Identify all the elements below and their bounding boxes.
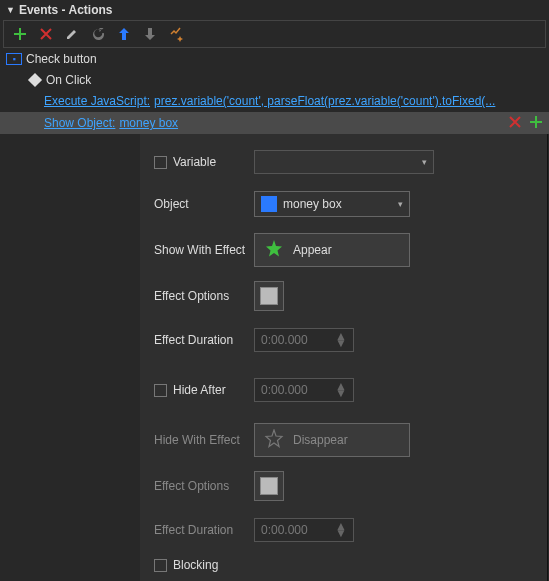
add-action-button[interactable] xyxy=(529,115,543,132)
toolbar xyxy=(3,20,546,48)
object-value: money box xyxy=(283,197,342,211)
effect-options2-label: Effect Options xyxy=(154,479,254,493)
object-dropdown[interactable]: money box ▾ xyxy=(254,191,410,217)
target-row[interactable]: ▪ Check button xyxy=(0,48,549,70)
hide-after-checkbox[interactable] xyxy=(154,384,167,397)
spinner-arrows[interactable]: ▲▼ xyxy=(335,333,347,347)
variable-dropdown[interactable]: ▾ xyxy=(254,150,434,174)
blocking-label: Blocking xyxy=(173,558,218,572)
effect-options-row: Effect Options xyxy=(154,278,533,314)
action-param[interactable]: prez.variable('count', parseFloat(prez.v… xyxy=(154,94,495,108)
effect-options-swatch xyxy=(260,287,278,305)
collapse-icon: ▼ xyxy=(6,5,15,15)
action-row-controls xyxy=(509,115,543,132)
edit-button[interactable] xyxy=(64,26,80,42)
show-effect-row: Show With Effect Appear xyxy=(154,232,533,268)
effect-duration2-row: Effect Duration 0:00.000 ▲▼ xyxy=(154,512,533,548)
effect-options2-row: Effect Options xyxy=(154,468,533,504)
action-name[interactable]: Show Object: xyxy=(44,116,115,130)
delete-button[interactable] xyxy=(38,26,54,42)
object-icon xyxy=(261,196,277,212)
show-effect-label: Show With Effect xyxy=(154,243,254,257)
effect-options-button[interactable] xyxy=(254,281,284,311)
action-row-execute-js[interactable]: Execute JavaScript: prez.variable('count… xyxy=(0,90,549,112)
hide-effect-label: Hide With Effect xyxy=(154,433,254,447)
hide-after-label: Hide After xyxy=(173,383,226,397)
appear-effect-icon xyxy=(263,239,285,261)
effect-duration-value: 0:00.000 xyxy=(261,333,308,347)
spinner-arrows[interactable]: ▲▼ xyxy=(335,383,347,397)
chevron-down-icon: ▾ xyxy=(398,199,403,209)
effect-options2-swatch xyxy=(260,477,278,495)
event-row[interactable]: On Click xyxy=(0,70,549,90)
show-effect-button[interactable]: Appear xyxy=(254,233,410,267)
move-down-button[interactable] xyxy=(142,26,158,42)
hide-effect-value: Disappear xyxy=(293,433,348,447)
target-icon: ▪ xyxy=(6,53,22,65)
variable-row: Variable ▾ xyxy=(154,144,533,180)
effect-options2-button[interactable] xyxy=(254,471,284,501)
event-icon xyxy=(28,73,42,87)
hide-after-row: Hide After 0:00.000 ▲▼ xyxy=(154,372,533,408)
target-label: Check button xyxy=(26,52,97,66)
panel-title: Events - Actions xyxy=(19,3,113,17)
action-row-show-object[interactable]: Show Object: money box xyxy=(0,112,549,134)
effect-options-label: Effect Options xyxy=(154,289,254,303)
hide-effect-button[interactable]: Disappear xyxy=(254,423,410,457)
hide-after-input[interactable]: 0:00.000 ▲▼ xyxy=(254,378,354,402)
hide-after-value: 0:00.000 xyxy=(261,383,308,397)
effect-duration-input[interactable]: 0:00.000 ▲▼ xyxy=(254,328,354,352)
add-button[interactable] xyxy=(12,26,28,42)
effect-duration-row: Effect Duration 0:00.000 ▲▼ xyxy=(154,322,533,358)
effect-duration2-label: Effect Duration xyxy=(154,523,254,537)
spinner-arrows[interactable]: ▲▼ xyxy=(335,523,347,537)
chevron-down-icon: ▾ xyxy=(422,157,427,167)
blocking-checkbox[interactable] xyxy=(154,559,167,572)
effect-duration2-value: 0:00.000 xyxy=(261,523,308,537)
panel-header[interactable]: ▼ Events - Actions xyxy=(0,0,549,20)
show-effect-value: Appear xyxy=(293,243,332,257)
action-param[interactable]: money box xyxy=(119,116,178,130)
hide-effect-row: Hide With Effect Disappear xyxy=(154,422,533,458)
properties-panel: Variable ▾ Object money box ▾ Show With … xyxy=(140,134,548,581)
action-name[interactable]: Execute JavaScript: xyxy=(44,94,150,108)
refresh-button[interactable] xyxy=(90,26,106,42)
effect-duration-label: Effect Duration xyxy=(154,333,254,347)
variable-checkbox[interactable] xyxy=(154,156,167,169)
blocking-row: Blocking xyxy=(154,554,533,576)
effect-duration2-input[interactable]: 0:00.000 ▲▼ xyxy=(254,518,354,542)
spark-button[interactable] xyxy=(168,26,184,42)
object-label: Object xyxy=(154,197,254,211)
variable-label: Variable xyxy=(173,155,216,169)
object-row: Object money box ▾ xyxy=(154,186,533,222)
event-label: On Click xyxy=(46,73,91,87)
remove-action-button[interactable] xyxy=(509,116,521,131)
move-up-button[interactable] xyxy=(116,26,132,42)
disappear-effect-icon xyxy=(263,429,285,451)
